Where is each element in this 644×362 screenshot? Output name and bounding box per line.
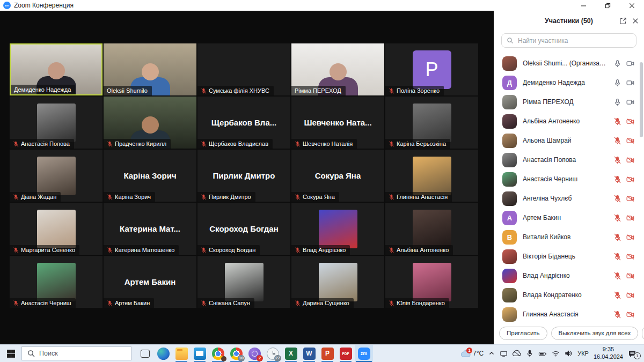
taskbar-app-clock[interactable]: 27 xyxy=(264,345,282,362)
restore-button[interactable] xyxy=(596,0,620,11)
video-tile[interactable]: Анастасія Попова xyxy=(10,97,103,149)
video-tile[interactable]: Катерина Мат...Катерина Матюшенко xyxy=(104,203,196,255)
close-button[interactable] xyxy=(620,0,644,11)
weather-widget[interactable]: 1 7°C xyxy=(461,350,484,357)
participant-row[interactable]: Ангеліна Чухлєб xyxy=(494,189,640,208)
video-tile[interactable]: Рімма ПЕРЕХОД xyxy=(291,43,384,95)
mic-muted-icon xyxy=(295,141,301,147)
participant-status-icons xyxy=(613,98,634,106)
clock[interactable]: 9:35 16.04.2024 xyxy=(594,346,623,361)
avatar-photo xyxy=(37,210,76,248)
participant-name: Альона Шамрай xyxy=(523,137,608,144)
taskbar-app-word[interactable]: W xyxy=(300,345,318,362)
participant-name: Влад Андрієнко xyxy=(523,272,608,279)
tile-name-tag: Влад Андрієнко xyxy=(291,245,350,255)
camera-off-icon xyxy=(626,195,634,203)
more-options-button[interactable]: ··· xyxy=(642,327,644,340)
microphone-tray-icon[interactable] xyxy=(526,350,533,357)
panel-scrollbar[interactable] xyxy=(640,62,643,137)
mic-muted-icon xyxy=(13,247,19,253)
participant-row[interactable]: ВВиталий Кийков xyxy=(494,227,640,247)
video-tile[interactable]: Влад Андрієнко xyxy=(291,203,384,255)
video-tile[interactable]: Каріна ЗоричКаріна Зорич xyxy=(104,150,196,202)
participant-row[interactable]: Глиняна Анастасія xyxy=(494,305,640,324)
invite-button[interactable]: Пригласить xyxy=(499,327,547,340)
participant-status-icons xyxy=(613,156,634,164)
participant-row[interactable]: Oleksii Shumi... (Организатор, я) xyxy=(494,54,640,73)
taskbar-app-mail[interactable] xyxy=(191,345,209,362)
camera-off-icon xyxy=(626,272,634,280)
battery-icon[interactable] xyxy=(538,350,547,357)
taskbar-search[interactable]: Поиск xyxy=(21,346,131,360)
tile-name-tag: Щербаков Владислав xyxy=(197,139,273,149)
participant-name: Анастасія Попова xyxy=(523,156,608,164)
participant-row[interactable]: Альбіна Антоненко xyxy=(494,112,640,131)
video-tile[interactable]: Скороход БогданСкороход Богдан xyxy=(197,203,290,255)
video-tile[interactable]: Глиняна Анастасія xyxy=(385,150,478,202)
tile-name-tag: Артем Бакин xyxy=(104,298,154,308)
mic-muted-icon xyxy=(107,247,113,253)
taskbar-app-chrome[interactable] xyxy=(209,345,227,362)
video-tile[interactable]: Сокура ЯнаСокура Яна xyxy=(291,150,384,202)
participant-row[interactable]: ДДемиденко Надежда xyxy=(494,73,640,92)
video-tile[interactable]: Юлія Бондаренко xyxy=(385,256,478,308)
participant-row[interactable]: Анастасія Попова xyxy=(494,150,640,169)
avatar xyxy=(502,191,517,206)
participant-row[interactable]: Альона Шамрай xyxy=(494,131,640,150)
video-tile[interactable]: Прадченко Кирилл xyxy=(104,97,196,149)
video-tile[interactable]: Альбіна Антоненко xyxy=(385,203,478,255)
video-tile[interactable]: PПоліна Зоренко xyxy=(385,43,478,95)
participant-row[interactable]: Вікторія Біданець xyxy=(494,247,640,266)
taskbar-app-edge[interactable] xyxy=(154,345,172,362)
tile-name-tag: Юлія Бондаренко xyxy=(385,298,449,308)
avatar-photo xyxy=(225,263,264,301)
taskbar-app-zoom[interactable]: zm xyxy=(355,345,373,362)
participant-row[interactable]: ААртем Бакин xyxy=(494,208,640,227)
mic-muted-icon xyxy=(201,300,207,306)
mic-muted-icon xyxy=(613,233,621,241)
taskbar-app-excel[interactable]: X xyxy=(282,345,300,362)
participant-row[interactable]: Влада Кондратенко xyxy=(494,285,640,305)
video-tile[interactable]: Анастасія Черниш xyxy=(10,256,103,308)
app-badge: 10 xyxy=(238,355,245,361)
taskbar-app-pdf[interactable]: PDF xyxy=(336,345,355,362)
video-tile[interactable]: Щербаков Вла...Щербаков Владислав xyxy=(197,97,290,149)
mute-all-button[interactable]: Выключить звук для всех xyxy=(551,327,639,340)
cast-screen-icon[interactable] xyxy=(500,350,508,358)
search-input[interactable] xyxy=(517,36,631,45)
popout-icon[interactable] xyxy=(619,17,627,25)
video-tile[interactable]: Артем БакинАртем Бакин xyxy=(104,256,196,308)
tray-expand-icon[interactable] xyxy=(488,350,495,357)
close-panel-icon[interactable] xyxy=(632,18,639,24)
taskbar-app-explorer[interactable] xyxy=(172,345,191,362)
participant-row[interactable]: Анастасія Черниш xyxy=(494,169,640,189)
language-indicator[interactable]: УКР xyxy=(577,350,589,357)
video-tile[interactable]: Сумська філія ХНУВС xyxy=(197,43,290,95)
video-tile[interactable]: Пирлик ДмитроПирлик Дмитро xyxy=(197,150,290,202)
participant-row[interactable]: Влад Андрієнко xyxy=(494,266,640,285)
mic-muted-icon xyxy=(389,300,394,306)
wifi-icon[interactable] xyxy=(552,350,560,357)
video-tile[interactable]: Oleksii Shumilo xyxy=(104,43,196,95)
volume-icon[interactable] xyxy=(565,350,573,357)
participant-row[interactable]: Рімма ПЕРЕХОД xyxy=(494,92,640,112)
video-tile[interactable]: Діана Жадан xyxy=(10,150,103,202)
camera-off-icon xyxy=(626,253,634,261)
minimize-button[interactable] xyxy=(572,0,596,11)
video-tile[interactable]: Демиденко Надежда xyxy=(10,43,103,95)
video-tile[interactable]: Маргарита Сененко xyxy=(10,203,103,255)
notification-center-icon[interactable]: 1 xyxy=(628,350,641,358)
video-tile[interactable]: Дарина Сущенко xyxy=(291,256,384,308)
taskbar-app-chrome2[interactable]: 10 xyxy=(227,345,245,362)
video-tile[interactable]: Каріна Берьозкіна xyxy=(385,97,478,149)
start-button[interactable] xyxy=(0,345,21,362)
taskbar-app-viber[interactable]: 2 xyxy=(245,345,264,362)
taskbar-app-powerpoint[interactable]: P xyxy=(318,345,336,362)
onedrive-paused-icon[interactable] xyxy=(513,350,521,357)
video-tile[interactable]: Сніжана Сапун xyxy=(197,256,290,308)
camera-on-icon xyxy=(626,60,634,68)
taskbar-app-task-view[interactable] xyxy=(136,345,154,362)
video-tile[interactable]: Шевченко Ната...Шевченко Наталія xyxy=(291,97,384,149)
participant-search[interactable] xyxy=(501,33,636,48)
participant-status-icons xyxy=(613,79,634,87)
